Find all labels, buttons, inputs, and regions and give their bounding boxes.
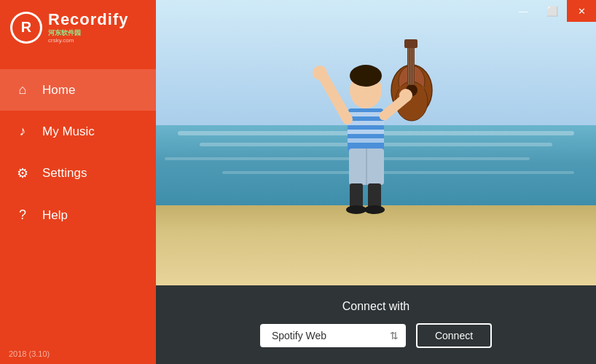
svg-rect-16 [348,138,384,143]
svg-rect-13 [348,112,384,116]
watermark-en: crsky.com [48,37,128,44]
home-icon: ⌂ [15,82,31,98]
sidebar-item-settings[interactable]: ⚙ Settings [0,152,156,194]
sidebar-item-my-music[interactable]: ♪ My Music [0,111,156,152]
sidebar-item-my-music-label: My Music [42,124,95,139]
music-icon: ♪ [15,124,31,139]
svg-rect-11 [404,39,417,48]
logo-icon: R [12,14,40,41]
svg-point-20 [313,66,327,80]
settings-icon: ⚙ [15,165,31,181]
sidebar-item-home[interactable]: ⌂ Home [0,69,156,111]
maximize-button[interactable]: ⬜ [538,0,567,22]
minimize-button[interactable]: — [509,0,538,22]
app-title: Recordify [48,10,128,29]
connect-button[interactable]: Connect [416,323,492,348]
svg-rect-26 [368,183,381,209]
sidebar-item-help[interactable]: ? Help [0,194,156,236]
service-select-wrapper: Spotify Web Deezer Local Files ⇅ [260,324,406,347]
svg-rect-25 [350,183,363,209]
svg-point-27 [346,205,366,214]
hero-image [156,0,596,285]
sidebar: R Recordify 河东软件园 crsky.com ⌂ Home ♪ My … [0,0,156,364]
app-version: 2018 (3.10) [9,349,50,358]
svg-line-19 [323,76,348,119]
svg-point-28 [364,205,385,214]
svg-rect-14 [348,121,384,125]
connect-controls: Spotify Web Deezer Local Files ⇅ Connect [260,323,492,348]
service-select[interactable]: Spotify Web Deezer Local Files [260,324,406,347]
sidebar-item-settings-label: Settings [42,166,87,181]
watermark-cn: 河东软件园 [48,29,128,37]
svg-point-22 [399,89,412,102]
close-button[interactable]: ✕ [567,0,596,22]
connect-panel: Connect with Spotify Web Deezer Local Fi… [156,285,596,364]
connect-title: Connect with [342,300,410,313]
person-guitar-illustration [288,3,448,214]
svg-rect-15 [348,130,384,134]
app-container: R Recordify 河东软件园 crsky.com ⌂ Home ♪ My … [0,0,596,364]
sidebar-item-home-label: Home [42,83,75,98]
help-icon: ? [15,207,31,223]
main-content: — ⬜ ✕ [156,0,596,364]
svg-text:R: R [21,19,32,35]
window-controls: — ⬜ ✕ [509,0,596,22]
sidebar-item-help-label: Help [42,208,68,223]
svg-point-18 [350,65,382,87]
logo-circle: R [10,12,42,44]
sand-bg [156,205,596,285]
sidebar-nav: ⌂ Home ♪ My Music ⚙ Settings ? Help [0,69,156,236]
logo-area: R Recordify 河东软件园 crsky.com [0,0,156,55]
